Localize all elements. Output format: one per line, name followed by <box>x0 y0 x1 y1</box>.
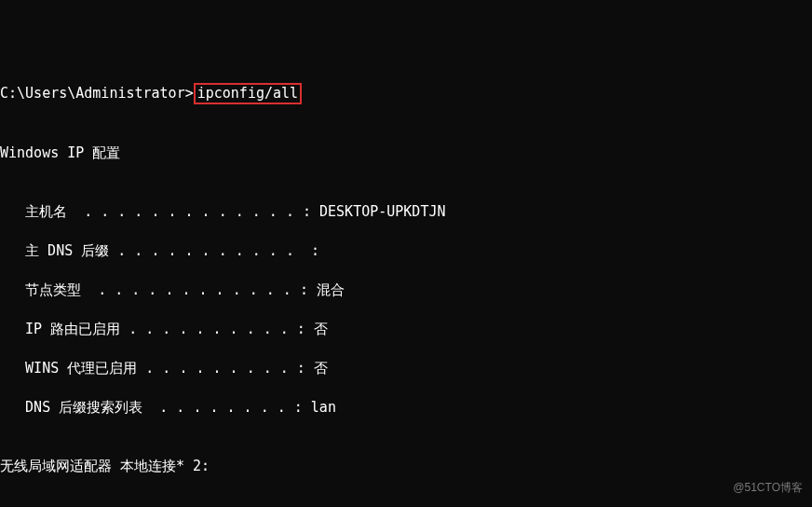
prompt-path: C:\Users\Administrator> <box>0 85 194 102</box>
adapter-title: 无线局域网适配器 本地连接* 2: <box>0 457 812 476</box>
output-line: 节点类型 . . . . . . . . . . . . : 混合 <box>0 281 812 300</box>
output-line: DNS 后缀搜索列表 . . . . . . . . : lan <box>0 398 812 418</box>
section-header: Windows IP 配置 <box>0 144 812 163</box>
output-line: 主 DNS 后缀 . . . . . . . . . . . : <box>0 241 812 261</box>
watermark-text: @51CTO博客 <box>733 478 803 498</box>
output-line: IP 路由已启用 . . . . . . . . . . : 否 <box>0 320 812 339</box>
output-line: WINS 代理已启用 . . . . . . . . . : 否 <box>0 359 812 378</box>
output-line: 主机名 . . . . . . . . . . . . . : DESKTOP-… <box>0 202 812 222</box>
prompt-line[interactable]: C:\Users\Administrator>ipconfig/all <box>0 84 812 104</box>
command-text: ipconfig/all <box>194 83 302 104</box>
